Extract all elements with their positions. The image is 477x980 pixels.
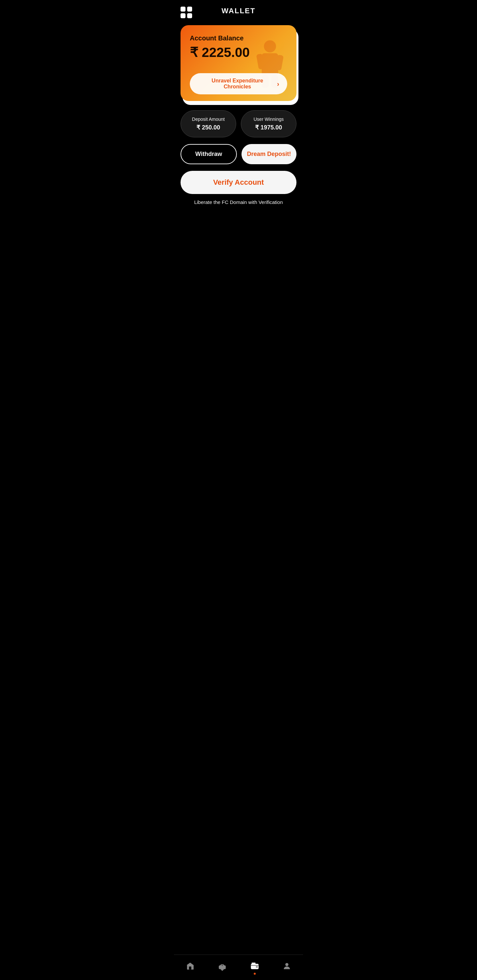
deposit-value: ₹ 250.00 — [186, 124, 231, 131]
svg-rect-1 — [262, 53, 278, 75]
dream-deposit-button[interactable]: Dream Deposit! — [241, 144, 297, 164]
expenditure-button-text: Unravel Expenditure Chronicles — [198, 78, 277, 90]
action-row: Withdraw Dream Deposit! — [180, 144, 297, 164]
user-winnings-card: User Winnings ₹ 1975.00 — [241, 110, 297, 137]
deposit-label: Deposit Amount — [186, 116, 231, 122]
expenditure-button[interactable]: Unravel Expenditure Chronicles › — [190, 73, 287, 94]
header: WALLET — [174, 0, 303, 19]
balance-card-wrapper: Account Balance ₹ 2225.00 Unravel Expend… — [180, 25, 297, 101]
winnings-value: ₹ 1975.00 — [246, 124, 291, 131]
withdraw-button[interactable]: Withdraw — [180, 144, 237, 164]
svg-point-0 — [264, 40, 276, 52]
winnings-label: User Winnings — [246, 116, 291, 122]
verify-subtitle: Liberate the FC Domain with Verification — [180, 199, 297, 205]
chevron-right-icon: › — [277, 80, 279, 88]
grid-menu-icon[interactable] — [180, 6, 193, 19]
stats-row: Deposit Amount ₹ 250.00 User Winnings ₹ … — [180, 110, 297, 137]
page-title: WALLET — [222, 6, 255, 15]
deposit-amount-card: Deposit Amount ₹ 250.00 — [180, 110, 236, 137]
verify-account-button[interactable]: Verify Account — [180, 171, 297, 194]
balance-card: Account Balance ₹ 2225.00 Unravel Expend… — [180, 25, 297, 101]
